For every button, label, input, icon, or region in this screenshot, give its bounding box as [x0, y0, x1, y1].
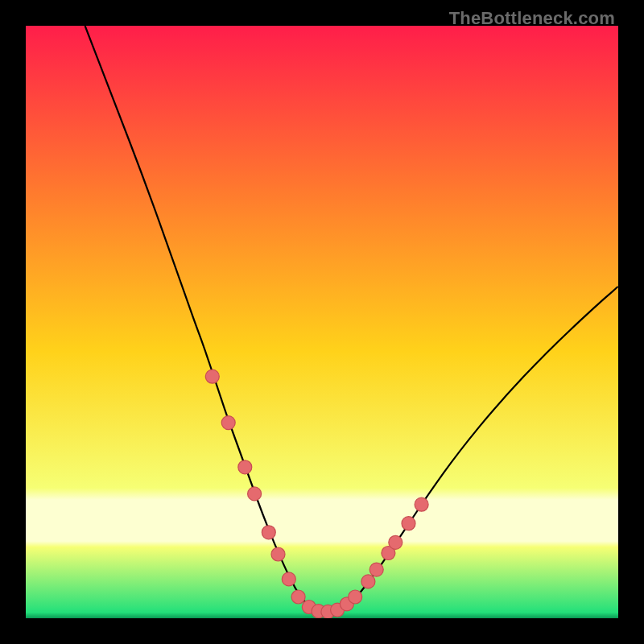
sample-dot — [361, 575, 375, 588]
sample-dot — [238, 460, 252, 474]
sample-dot — [415, 497, 428, 511]
sample-dot — [248, 487, 262, 501]
plot-area — [26, 26, 618, 618]
sample-dot — [282, 572, 295, 586]
sample-dot — [369, 563, 383, 576]
sample-dot — [349, 590, 362, 604]
curve-layer — [26, 26, 618, 618]
sample-dot — [221, 416, 235, 430]
sample-dot — [389, 535, 402, 549]
bottleneck-curve — [85, 26, 618, 612]
sample-dot — [271, 547, 285, 561]
watermark-text: TheBottleneck.com — [449, 8, 615, 29]
sample-dot — [402, 517, 415, 530]
chart-canvas: TheBottleneck.com — [0, 0, 644, 644]
sample-dot — [205, 369, 219, 383]
sample-dots-group — [205, 369, 428, 618]
sample-dot — [291, 590, 305, 604]
sample-dot — [262, 526, 275, 539]
